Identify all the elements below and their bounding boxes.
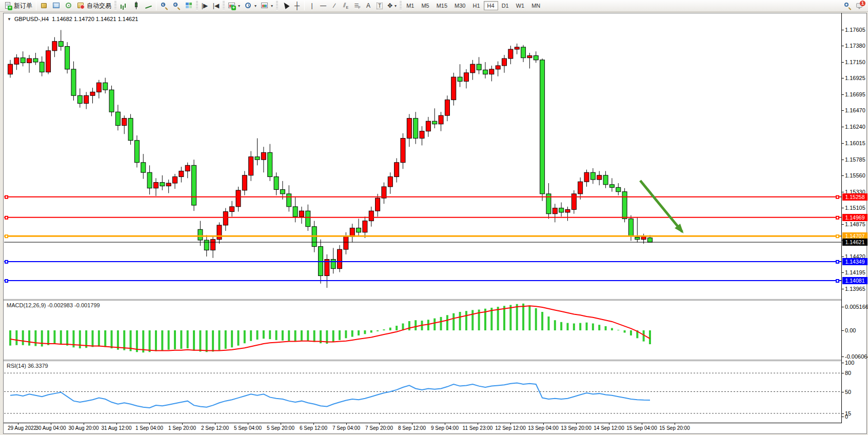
zoom-out-button[interactable]: − bbox=[170, 1, 183, 11]
price-tick-mark bbox=[842, 78, 844, 78]
candle-body bbox=[27, 58, 32, 63]
equidistant-channel-button[interactable]: ⫽E bbox=[340, 1, 351, 11]
price-tick-mark bbox=[842, 30, 844, 30]
horizontal-line-button[interactable]: — bbox=[318, 1, 329, 11]
timeframe-h4-button[interactable]: H4 bbox=[484, 1, 498, 10]
time-tick-mark bbox=[543, 423, 544, 425]
chevron-down-icon: ▾ bbox=[394, 4, 397, 8]
candle-body bbox=[565, 209, 570, 212]
rsi-tick-label: 80 bbox=[845, 370, 851, 376]
candle-body bbox=[394, 163, 399, 177]
tile-windows-button[interactable] bbox=[183, 1, 195, 11]
candle-body bbox=[515, 47, 519, 49]
timeframe-m5-button[interactable]: M5 bbox=[418, 1, 432, 10]
chevron-down-icon: ▾ bbox=[254, 4, 257, 8]
search-button[interactable] bbox=[841, 1, 854, 11]
candle-body bbox=[470, 64, 475, 73]
vertical-line-button[interactable]: | bbox=[306, 1, 318, 11]
toolbar-grip bbox=[400, 1, 402, 10]
rsi-tick-mark bbox=[842, 413, 844, 414]
bid-line-price-flag: 1.14621 bbox=[842, 239, 867, 246]
template-button[interactable]: ▾ bbox=[259, 1, 275, 11]
timeframe-d1-button[interactable]: D1 bbox=[498, 1, 512, 10]
price-tick-label: 1.15105 bbox=[845, 205, 865, 211]
price-tick-label: 1.16470 bbox=[845, 107, 865, 113]
price-tick-mark bbox=[842, 175, 844, 176]
time-tick-mark bbox=[84, 423, 84, 425]
candle-body bbox=[299, 211, 304, 216]
candle-body bbox=[578, 182, 583, 194]
package-button[interactable] bbox=[38, 1, 50, 11]
support-blue-1-price-flag: 1.14349 bbox=[842, 258, 867, 265]
price-tick-label: 1.15785 bbox=[845, 156, 865, 163]
candle-body bbox=[458, 77, 462, 81]
candle-body bbox=[268, 152, 272, 176]
terminal-button[interactable] bbox=[50, 1, 63, 11]
indicators-button[interactable]: + ▾ bbox=[226, 1, 242, 11]
auto-trading-button[interactable]: 自动交易 bbox=[75, 1, 113, 11]
candle-body bbox=[109, 90, 114, 112]
price-tick-mark bbox=[842, 224, 844, 225]
toolbar-separator bbox=[304, 1, 305, 10]
trendline-button[interactable]: ∕ bbox=[329, 1, 340, 11]
bar-chart-button[interactable] bbox=[117, 1, 130, 11]
line-chart-button[interactable] bbox=[142, 1, 154, 11]
down-arrow-annotation[interactable] bbox=[640, 181, 682, 232]
candle-body bbox=[204, 240, 209, 250]
price-tick-label: 1.13965 bbox=[845, 286, 865, 292]
timeframe-m30-button[interactable]: M30 bbox=[451, 1, 469, 10]
terminal-icon bbox=[52, 2, 61, 10]
candle-body bbox=[40, 62, 44, 72]
timeframe-m15-button[interactable]: M15 bbox=[433, 1, 451, 10]
signal-button[interactable] bbox=[63, 1, 75, 11]
candle-body bbox=[147, 172, 152, 188]
timeframe-w1-button[interactable]: W1 bbox=[512, 1, 528, 10]
fibonacci-button[interactable]: ☰F bbox=[351, 1, 363, 11]
candle-body bbox=[407, 118, 411, 139]
notifications-button[interactable]: 1 bbox=[854, 1, 866, 11]
auto-trading-icon bbox=[77, 2, 85, 10]
candlestick-chart-button[interactable] bbox=[130, 1, 142, 11]
support-blue-2-handle-dot bbox=[6, 280, 7, 282]
period-button[interactable]: ▾ bbox=[242, 1, 259, 11]
candle-body bbox=[502, 58, 507, 66]
timeframe-h1-button[interactable]: H1 bbox=[469, 1, 484, 10]
price-axis-border bbox=[841, 13, 842, 423]
rsi-label: RSI(14) 36.3379 bbox=[7, 363, 48, 369]
text-button[interactable]: A bbox=[363, 1, 374, 11]
timeframe-mn-button[interactable]: MN bbox=[528, 1, 544, 10]
text-label-button[interactable]: T bbox=[374, 1, 385, 11]
crosshair-button[interactable]: ┼ bbox=[291, 1, 303, 11]
candle-body bbox=[236, 190, 241, 207]
step-forward-button[interactable]: |▶ bbox=[199, 1, 210, 11]
new-order-button[interactable]: + 新订单 bbox=[2, 1, 34, 11]
zoom-in-button[interactable]: + bbox=[158, 1, 170, 11]
rsi-panel-splitter[interactable] bbox=[4, 360, 841, 361]
chevron-down-icon: ▾ bbox=[271, 4, 273, 8]
price-tick-label: 1.17605 bbox=[845, 27, 865, 33]
candle-body bbox=[192, 165, 196, 205]
time-tick-mark bbox=[576, 423, 577, 425]
candle-body bbox=[128, 118, 133, 141]
candle-body bbox=[439, 115, 443, 124]
macd-panel-splitter[interactable] bbox=[4, 299, 841, 301]
candle-body bbox=[261, 152, 266, 160]
macd-tick-mark bbox=[842, 307, 844, 307]
chart-canvas[interactable] bbox=[0, 0, 868, 435]
candle-body bbox=[420, 131, 424, 139]
price-tick-mark bbox=[842, 46, 844, 46]
arrows-icon: ✥ bbox=[387, 2, 392, 9]
time-tick-mark bbox=[445, 423, 445, 425]
chevron-down-icon[interactable]: ▼ bbox=[7, 17, 11, 22]
symbol-label: GBPUSD-,H4 bbox=[14, 16, 49, 22]
resistance-1-price-flag: 1.15258 bbox=[842, 193, 867, 201]
clock-icon bbox=[244, 2, 252, 10]
cursor-button[interactable] bbox=[279, 1, 291, 11]
step-back-button[interactable]: |◀ bbox=[210, 1, 222, 11]
candle-body bbox=[357, 228, 361, 232]
timeframe-m1-button[interactable]: M1 bbox=[403, 1, 418, 10]
candle-body bbox=[280, 190, 285, 194]
candle-body bbox=[287, 194, 291, 207]
candle-body bbox=[635, 238, 640, 240]
arrows-button[interactable]: ✥ ▾ bbox=[385, 1, 399, 11]
